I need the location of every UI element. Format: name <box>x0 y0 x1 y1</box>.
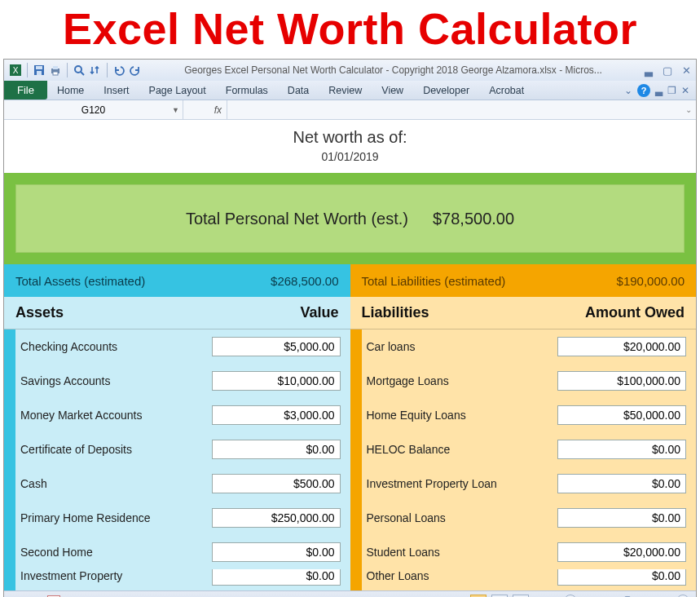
ribbon-tabs: File Home Insert Page Layout Formulas Da… <box>4 81 696 100</box>
svg-rect-4 <box>37 71 42 75</box>
liability-label: Other Loans <box>367 569 558 582</box>
liability-label: Personal Loans <box>367 511 558 524</box>
liability-row: HELOC Balance$0.00 <box>362 432 697 467</box>
sort-icon[interactable] <box>89 64 102 77</box>
undo-icon[interactable] <box>112 64 125 77</box>
liability-row: Other Loans$0.00 <box>362 569 697 590</box>
liabilities-header-left: Liabilities <box>362 304 429 321</box>
tab-acrobat[interactable]: Acrobat <box>479 81 534 100</box>
liabilities-column: Total Liabilities (estimated) $190,000.0… <box>350 264 697 590</box>
worksheet[interactable]: Net worth as of: 01/01/2019 Total Person… <box>4 120 696 590</box>
tab-view[interactable]: View <box>372 81 413 100</box>
liability-row: Student Loans$20,000.00 <box>362 535 697 569</box>
help-icon[interactable]: ? <box>637 84 650 97</box>
formula-expand-icon[interactable]: ⌄ <box>681 105 696 114</box>
svg-point-8 <box>75 66 81 73</box>
doc-restore-icon[interactable]: ❐ <box>667 85 676 96</box>
ribbon-min-icon[interactable]: ⌄ <box>624 85 632 96</box>
window-title: Georges Excel Personal Net Worth Calcula… <box>142 64 645 76</box>
asset-value-cell[interactable]: $0.00 <box>212 542 341 562</box>
svg-text:X: X <box>13 66 19 75</box>
total-networth-label: Total Personal Net Worth (est.) <box>186 210 408 228</box>
view-page-layout-button[interactable] <box>491 595 508 598</box>
asset-value-cell[interactable]: $3,000.00 <box>212 405 341 425</box>
assets-rows: Checking Accounts$5,000.00 Savings Accou… <box>4 329 350 590</box>
page-heading: Excel Net Worth Calculator <box>0 0 700 59</box>
liability-row: Investment Property Loan$0.00 <box>362 467 697 501</box>
formula-input[interactable] <box>227 100 681 119</box>
asset-row: Certificate of Deposits$0.00 <box>15 432 350 467</box>
assets-header-left: Assets <box>15 304 64 321</box>
liability-label: Investment Property Loan <box>367 477 558 490</box>
asset-label: Primary Home Residence <box>20 511 212 524</box>
asset-value-cell[interactable]: $5,000.00 <box>212 337 341 356</box>
liability-label: Mortgage Loans <box>367 374 558 387</box>
asset-value-cell[interactable]: $250,000.00 <box>212 508 341 528</box>
redo-icon[interactable] <box>129 64 142 77</box>
quick-access-toolbar: X <box>9 63 142 77</box>
liability-value-cell[interactable]: $0.00 <box>557 508 686 528</box>
assets-total-value: $268,500.00 <box>271 274 338 288</box>
asset-row: Savings Accounts$10,000.00 <box>15 364 350 398</box>
tab-page-layout[interactable]: Page Layout <box>139 81 216 100</box>
view-normal-button[interactable] <box>470 595 486 598</box>
name-box[interactable]: G120 ▼ <box>4 100 183 119</box>
asset-label: Checking Accounts <box>20 340 212 353</box>
assets-column: Total Assets (estimated) $268,500.00 Ass… <box>4 264 350 590</box>
liability-value-cell[interactable]: $0.00 <box>557 474 686 493</box>
find-icon[interactable] <box>73 64 86 77</box>
asset-row: Cash$500.00 <box>15 467 350 501</box>
liability-value-cell[interactable]: $20,000.00 <box>557 337 686 356</box>
networth-title: Net worth as of: <box>4 128 696 147</box>
fx-icon[interactable]: fx <box>183 100 227 119</box>
maximize-button[interactable]: ▢ <box>663 64 672 77</box>
name-box-dropdown-icon[interactable]: ▼ <box>172 106 179 114</box>
status-bar: Ready 100% − + <box>4 590 696 597</box>
svg-rect-3 <box>36 66 42 69</box>
asset-value-cell[interactable]: $10,000.00 <box>212 371 341 391</box>
networth-date: 01/01/2019 <box>4 150 696 163</box>
svg-line-9 <box>81 72 84 75</box>
asset-label: Certificate of Deposits <box>20 443 212 456</box>
liabilities-total-label: Total Liabilities (estimated) <box>362 274 506 288</box>
tab-insert[interactable]: Insert <box>94 81 139 100</box>
save-icon[interactable] <box>33 64 46 77</box>
minimize-button[interactable]: ▃ <box>645 64 653 77</box>
asset-label: Money Market Accounts <box>20 409 212 422</box>
asset-row: Money Market Accounts$3,000.00 <box>15 398 350 432</box>
view-page-break-button[interactable] <box>513 595 529 598</box>
assets-header-right: Value <box>300 304 338 321</box>
liability-value-cell[interactable]: $0.00 <box>557 440 686 459</box>
tab-data[interactable]: Data <box>278 81 319 100</box>
asset-value-cell[interactable]: $0.00 <box>212 440 341 459</box>
asset-value-cell[interactable]: $0.00 <box>212 569 341 586</box>
liability-label: Home Equity Loans <box>367 409 558 422</box>
total-networth-amount: $78,500.00 <box>433 210 514 228</box>
excel-app-icon[interactable]: X <box>9 64 22 77</box>
tab-review[interactable]: Review <box>319 81 372 100</box>
tab-home[interactable]: Home <box>47 81 94 100</box>
zoom-in-button[interactable]: + <box>676 595 689 598</box>
formula-bar: G120 ▼ fx ⌄ <box>4 100 696 120</box>
name-box-value: G120 <box>81 104 105 116</box>
liability-value-cell[interactable]: $20,000.00 <box>557 542 686 562</box>
doc-close-icon[interactable]: ✕ <box>681 85 689 96</box>
liability-value-cell[interactable]: $100,000.00 <box>557 371 686 391</box>
doc-minimize-icon[interactable]: ▃ <box>655 85 663 96</box>
tab-file[interactable]: File <box>4 81 47 100</box>
quick-print-icon[interactable] <box>49 64 62 77</box>
svg-rect-7 <box>53 72 58 75</box>
zoom-out-button[interactable]: − <box>564 595 577 598</box>
asset-label: Cash <box>20 477 212 490</box>
title-bar: X Georges Excel Personal <box>4 60 696 81</box>
asset-row: Second Home$0.00 <box>15 535 350 569</box>
total-banner: Total Personal Net Worth (est.) $78,500.… <box>4 173 696 264</box>
liability-label: HELOC Balance <box>367 443 558 456</box>
close-button[interactable]: ✕ <box>682 64 691 77</box>
liability-value-cell[interactable]: $0.00 <box>557 569 686 586</box>
liability-value-cell[interactable]: $50,000.00 <box>557 405 686 425</box>
tab-formulas[interactable]: Formulas <box>216 81 278 100</box>
liability-row: Home Equity Loans$50,000.00 <box>362 398 697 432</box>
tab-developer[interactable]: Developer <box>413 81 479 100</box>
asset-value-cell[interactable]: $500.00 <box>212 474 341 493</box>
